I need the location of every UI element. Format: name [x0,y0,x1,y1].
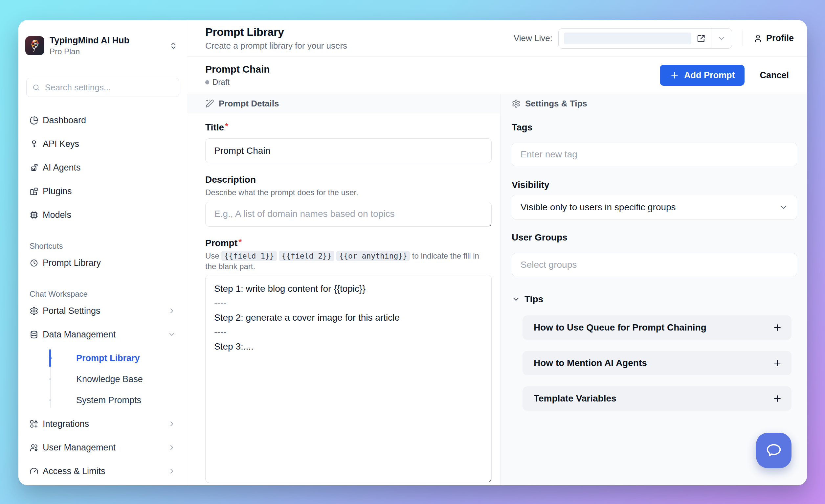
add-prompt-button[interactable]: Add Prompt [660,65,745,86]
description-help: Describe what the prompt does for the us… [205,187,492,198]
page-header-actions: View Live: [514,28,794,49]
settings-tips-column: Settings & Tips Tags Visibility Visible … [500,94,807,485]
sidebar: TypingMind AI Hub Pro Plan Dashboard [18,20,187,485]
sidebar-item-label: Plugins [43,186,72,197]
tags-label: Tags [512,122,797,133]
profile-label: Profile [766,33,794,44]
prompt-toolbar: Prompt Chain Draft Add Prompt Cancel [187,57,807,94]
sidebar-subitem-system-prompts[interactable]: System Prompts [26,390,179,411]
settings-tips-body: Tags Visibility Visible only to users in… [501,113,807,422]
page-subtitle: Create a prompt library for your users [205,41,514,51]
user-groups-label: User Groups [512,232,797,243]
sidebar-item-data-management[interactable]: Data Management [26,322,179,346]
tips-accordion-item-template-variables[interactable]: Template Variables [523,386,792,411]
search-settings-box[interactable] [26,78,179,97]
sidebar-item-user-management[interactable]: User Management [26,436,179,459]
section-title: Settings & Tips [525,98,587,109]
gear-icon [512,99,521,108]
live-url-field[interactable] [564,32,691,44]
robot-icon [29,163,39,172]
divider [743,31,743,46]
accordion-title: How to Mention AI Agents [534,358,647,368]
key-icon [29,140,39,148]
sidebar-item-integrations[interactable]: Integrations [26,412,179,436]
title-input[interactable] [205,138,492,163]
workspace-logo-icon [25,36,44,55]
search-input[interactable] [45,82,173,93]
database-icon [29,330,39,339]
sidebar-item-ai-agents[interactable]: AI Agents [26,156,179,179]
sidebar-item-dashboard[interactable]: Dashboard [26,109,179,132]
tips-accordion-item-mention-agents[interactable]: How to Mention AI Agents [523,351,792,375]
chevron-down-icon [168,331,176,339]
sidebar-item-label: API Keys [43,139,79,149]
description-input[interactable] [205,202,492,227]
external-link-icon[interactable] [696,34,706,43]
sidebar-item-label: Integrations [43,419,89,429]
cancel-button[interactable]: Cancel [760,70,789,80]
tags-input[interactable] [512,143,797,166]
gear-icon [29,306,39,315]
sidebar-item-label: Portal Settings [43,306,100,316]
settings-tips-header: Settings & Tips [501,94,807,113]
support-chat-button[interactable] [756,433,792,468]
workspace-switcher[interactable]: TypingMind AI Hub Pro Plan [18,33,187,58]
page-header-titles: Prompt Library Create a prompt library f… [205,26,514,51]
sidebar-item-label: Dashboard [43,115,86,126]
tips-accordion-item-queue[interactable]: How to Use Queue for Prompt Chaining [523,315,792,340]
sidebar-item-prompt-library-shortcut[interactable]: Prompt Library [26,251,179,275]
tips-label: Tips [524,294,543,304]
status-dot [205,80,209,84]
page-title: Prompt Library [205,26,514,39]
pen-sparkle-icon [205,99,214,108]
chevron-right-icon [168,443,176,451]
live-dropdown-button[interactable] [711,34,732,43]
sidebar-item-label: Prompt Library [43,258,101,268]
chevrons-up-down-icon [169,42,178,50]
plus-icon[interactable] [772,358,782,368]
sidebar-subitem-prompt-library[interactable]: Prompt Library [26,348,179,369]
data-management-submenu: Prompt Library Knowledge Base System Pro… [26,348,179,411]
prompt-details-body: Title * Description Describe what the pr… [187,113,500,484]
plus-icon [670,70,679,80]
sidebar-section-chat-workspace: Chat Workspace [26,289,179,299]
sidebar-item-portal-settings[interactable]: Portal Settings [26,299,179,322]
sidebar-item-access-limits[interactable]: Access & Limits [26,459,179,483]
sidebar-section-shortcuts: Shortcuts [26,241,179,251]
sidebar-nav: Dashboard API Keys AI Agents [18,109,187,483]
users-gear-icon [29,443,39,452]
chevron-down-icon [512,295,520,304]
section-title: Prompt Details [219,98,279,109]
add-prompt-label: Add Prompt [684,70,735,80]
sidebar-item-models[interactable]: Models [26,203,179,227]
sidebar-subitem-knowledge-base[interactable]: Knowledge Base [26,369,179,390]
workspace-plan: Pro Plan [50,47,169,56]
status-row: Draft [205,78,660,87]
required-asterisk: * [225,122,228,130]
plus-icon[interactable] [772,322,782,333]
form-content: Prompt Details Title * Description Descr… [187,94,807,485]
tips-toggle[interactable]: Tips [512,294,797,304]
user-groups-input[interactable] [512,253,797,276]
visibility-select[interactable]: Visible only to users in specific groups [512,195,797,219]
title-label: Title * [205,122,492,133]
prompt-input[interactable] [205,275,492,483]
profile-button[interactable]: Profile [753,33,794,44]
prompt-details-header: Prompt Details [187,94,500,113]
visibility-label: Visibility [512,179,797,190]
clock-icon [29,259,39,268]
workspace-name: TypingMind AI Hub [50,35,169,46]
pie-chart-icon [29,116,39,125]
prompt-name: Prompt Chain [205,64,660,75]
plus-icon[interactable] [772,393,782,404]
status-badge: Draft [213,78,230,87]
tips-accordion-list: How to Use Queue for Prompt Chaining How… [523,315,792,411]
workspace-meta: TypingMind AI Hub Pro Plan [50,35,169,56]
sidebar-item-plugins[interactable]: Plugins [26,179,179,203]
prompt-label: Prompt * [205,237,492,248]
sidebar-item-api-keys[interactable]: API Keys [26,132,179,156]
chip-icon [29,211,39,219]
gauge-icon [29,467,39,476]
chevron-down-icon [779,203,788,212]
chevron-down-icon [717,34,726,43]
